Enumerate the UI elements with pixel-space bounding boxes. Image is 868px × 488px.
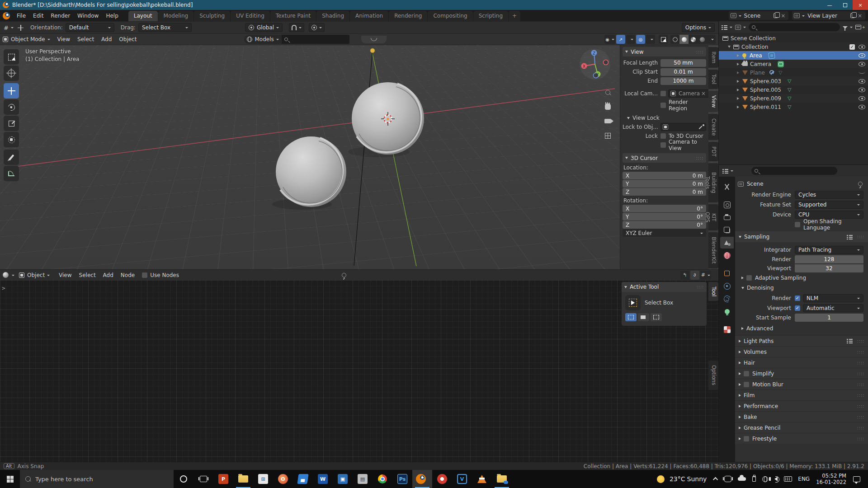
navigation-gizmo[interactable]: X Z Y [579,48,611,80]
taskbar-word[interactable]: W [313,470,333,488]
properties-tab-world[interactable] [720,249,734,261]
denoise-render-dropdown[interactable]: NLM [803,294,863,302]
pin-icon[interactable] [342,273,346,277]
outliner-row-scene-collection[interactable]: Scene Collection [719,34,868,42]
snapping-toggle[interactable] [289,23,304,32]
simplify-checkbox[interactable] [744,371,749,376]
eye-icon[interactable] [859,45,865,49]
drag-grip-icon[interactable]: :::: [857,382,864,387]
menu-edit[interactable]: Edit [29,10,47,21]
freestyle-checkbox[interactable] [744,436,749,441]
viewport-menu-add[interactable]: Add [98,34,115,45]
close-button[interactable]: × [853,0,868,10]
drag-grip-icon[interactable]: :::: [697,285,704,289]
drag-grip-icon[interactable]: :::: [857,361,864,365]
feature-set-dropdown[interactable]: Supported [795,201,863,209]
osl-checkbox[interactable] [795,222,800,227]
new-scene-icon[interactable] [774,13,778,18]
lock-to-object-field[interactable] [660,123,706,131]
use-nodes-checkbox[interactable] [142,272,147,278]
select-mode-subtract[interactable] [651,313,662,321]
expand-icon[interactable] [737,63,739,66]
section-grease-pencil[interactable]: Grease Pencil:::: [735,422,868,433]
delete-scene-icon[interactable]: × [779,13,787,19]
menu-window[interactable]: Window [74,10,102,21]
start-sample-field[interactable]: 1 [795,314,863,322]
shading-wireframe-button[interactable] [670,35,679,44]
sidebar-tab-tool[interactable]: Tool [708,70,718,89]
section-light-paths[interactable]: Light Paths:::: [735,335,868,346]
drag-grip-icon[interactable]: :::: [857,350,864,354]
new-view-layer-icon[interactable] [850,13,855,18]
drag-grip-icon[interactable]: :::: [857,371,864,376]
editor-type-dropdown[interactable] [3,272,14,278]
taskbar-monitor-app[interactable]: ▤ [353,470,373,488]
start-button[interactable] [0,470,20,488]
presets-icon[interactable] [847,338,853,343]
tab-scripting[interactable]: Scripting [473,11,508,21]
eye-icon[interactable] [859,62,865,66]
cursor-location-x[interactable]: X0 m [623,172,706,179]
taskbar-clock[interactable]: 05:52 PM 16-01-2022 [816,473,846,485]
tab-layout[interactable]: Layout [128,11,158,21]
select-mode-extend[interactable] [638,313,649,321]
eye-icon[interactable] [859,79,865,84]
weather-icon[interactable] [657,475,665,483]
section-freestyle[interactable]: Freestyle:::: [735,433,868,444]
cursor-location-y[interactable]: Y0 m [623,180,706,188]
drag-grip-icon[interactable]: :::: [857,426,864,430]
tool-rotate[interactable] [4,99,19,115]
node-menu-node[interactable]: Node [117,270,138,280]
properties-tab-physics[interactable] [720,280,734,292]
camera-view-button[interactable] [602,116,613,127]
tab-rendering[interactable]: Rendering [389,11,427,21]
tray-touch-keyboard[interactable] [784,476,792,482]
tool-move[interactable] [4,83,19,99]
tray-onedrive[interactable] [738,477,746,481]
denoise-viewport-checkbox[interactable]: ✓ [795,305,800,311]
local-camera-field[interactable]: Camera× [668,89,708,98]
sidebar-tab-item[interactable]: Item [708,47,718,68]
drag-grip-icon[interactable]: :::: [857,235,864,239]
tool-annotate[interactable] [4,150,19,165]
eyedropper-icon[interactable] [699,125,704,130]
drag-dropdown[interactable]: Select Box [138,23,192,32]
minimize-button[interactable]: — [822,0,837,10]
outliner-search-input[interactable] [749,23,840,31]
outliner-row-sphere-003[interactable]: Sphere.003 ▽ [719,77,868,85]
node-sidebar-tab-tool[interactable]: Tool [708,282,718,301]
section-film[interactable]: Film:::: [735,389,868,400]
sidebar-tab-kit-ops[interactable]: KIT OPS [708,204,718,230]
section-performance[interactable]: Performance:::: [735,400,868,411]
taskbar-vsdc[interactable]: V [452,470,472,488]
advanced-row[interactable]: Advanced [737,324,863,333]
tab-texture-paint[interactable]: Texture Paint [270,11,316,21]
drag-grip-icon[interactable]: :::: [696,156,703,160]
properties-tab-tool[interactable] [720,181,734,192]
taskbar-search-input[interactable] [35,476,153,483]
adaptive-sampling-checkbox[interactable] [746,275,752,281]
taskbar-office[interactable]: O [273,470,293,488]
taskbar-search[interactable] [20,470,174,488]
expand-icon[interactable] [737,97,739,100]
taskbar-remote-desktop[interactable]: ▄ [293,470,313,488]
render-region-checkbox[interactable] [660,103,666,108]
cursor-rotation-z[interactable]: Z0° [623,221,706,229]
properties-tab-object-data[interactable] [720,305,734,317]
taskbar-vlc[interactable] [472,470,492,488]
blender-menu-icon[interactable] [3,12,10,19]
tab-animation[interactable]: Animation [350,11,388,21]
delete-view-layer-icon[interactable]: × [856,13,863,19]
properties-tab-render[interactable] [720,199,734,211]
tray-capture-icon[interactable] [724,476,731,482]
shading-solid-button[interactable] [679,35,689,44]
expand-icon[interactable] [728,46,731,48]
clip-end-field[interactable]: 1000 m [660,77,706,85]
rotation-mode-dropdown[interactable]: XYZ Euler [623,229,706,237]
shader-type-dropdown[interactable]: Object [19,272,50,278]
tool-scale[interactable] [4,116,19,131]
menu-help[interactable]: Help [102,10,122,21]
properties-search-input[interactable] [751,167,837,175]
tab-compositing[interactable]: Compositing [428,11,472,21]
expand-icon[interactable] [737,80,739,83]
